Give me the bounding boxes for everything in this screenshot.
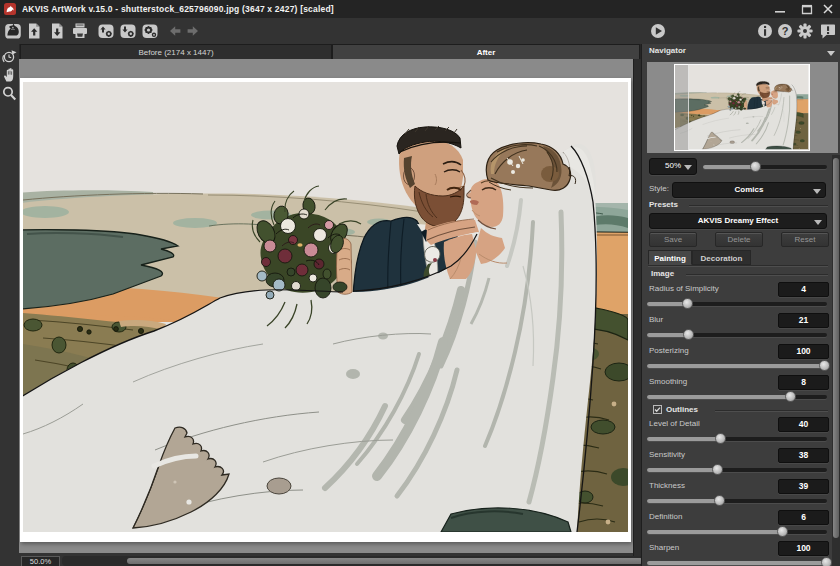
slider-label: Sharpen bbox=[649, 543, 679, 552]
slider-value[interactable]: 100 bbox=[778, 541, 829, 556]
slider-handle[interactable] bbox=[785, 391, 796, 402]
open-image-icon bbox=[23, 20, 45, 42]
slider-handle[interactable] bbox=[682, 298, 693, 309]
export-presets-button[interactable] bbox=[117, 20, 139, 42]
slider-value[interactable]: 21 bbox=[778, 313, 829, 328]
svg-text:?: ? bbox=[782, 25, 789, 37]
slider-value[interactable]: 40 bbox=[778, 417, 829, 432]
slider-label: Sensitivity bbox=[649, 450, 685, 459]
tab-painting[interactable]: Painting bbox=[648, 250, 692, 265]
slider-track[interactable] bbox=[647, 364, 827, 368]
slider-track[interactable] bbox=[647, 530, 827, 534]
slider-label: Thickness bbox=[649, 481, 685, 490]
slider-track[interactable] bbox=[647, 499, 827, 503]
slider-handle[interactable] bbox=[777, 526, 788, 537]
slider-label: Radius of Simplicity bbox=[649, 284, 719, 293]
reset-preset-button[interactable]: Reset bbox=[781, 232, 829, 247]
tab-decoration[interactable]: Decoration bbox=[692, 250, 751, 265]
tab-before[interactable]: Before (2174 x 1447) bbox=[20, 44, 332, 59]
preset-select-value: AKVIS Dreamy Effect bbox=[698, 216, 778, 225]
navigator-thumbnail[interactable] bbox=[674, 64, 810, 151]
tab-after[interactable]: After bbox=[332, 44, 640, 59]
save-image-icon bbox=[46, 20, 68, 42]
slider-value[interactable]: 100 bbox=[778, 344, 829, 359]
batch-presets-button[interactable] bbox=[139, 20, 161, 42]
artwork-logo-button[interactable] bbox=[2, 20, 24, 42]
maximize-icon bbox=[801, 3, 813, 15]
info-button[interactable] bbox=[754, 20, 776, 42]
run-play-icon bbox=[647, 20, 669, 42]
tabs-bottom-line bbox=[648, 265, 828, 267]
slider-handle[interactable] bbox=[819, 360, 830, 371]
close-button[interactable] bbox=[816, 0, 840, 18]
save-preset-button[interactable]: Save bbox=[649, 232, 697, 247]
navigator-view-frame[interactable] bbox=[689, 65, 808, 149]
hand-tool[interactable] bbox=[0, 65, 19, 84]
slider-handle[interactable] bbox=[821, 557, 832, 566]
app-window: AKVIS ArtWork v.15.0 - shutterstock_6257… bbox=[0, 0, 840, 566]
artwork-image bbox=[23, 82, 628, 532]
slider-track[interactable] bbox=[647, 395, 827, 399]
image-group-line bbox=[686, 274, 828, 276]
redo-arrow-icon bbox=[182, 20, 204, 42]
slider-value[interactable]: 38 bbox=[778, 448, 829, 463]
slider-label: Blur bbox=[649, 315, 663, 324]
import-presets-button[interactable] bbox=[95, 20, 117, 42]
zoom-percent-readout[interactable]: 50.0% bbox=[21, 556, 60, 566]
hand-icon bbox=[1, 66, 18, 83]
feedback-button[interactable] bbox=[817, 20, 839, 42]
slider-value[interactable]: 6 bbox=[778, 510, 829, 525]
zoom-slider-handle[interactable] bbox=[750, 161, 761, 172]
slider-value[interactable]: 8 bbox=[778, 375, 829, 390]
image-tab-bar: Before (2174 x 1447) After bbox=[19, 44, 641, 59]
preferences-button[interactable] bbox=[794, 20, 816, 42]
vertical-scrollbar-thumb[interactable] bbox=[833, 158, 839, 538]
print-button[interactable] bbox=[69, 20, 91, 42]
slider-track[interactable] bbox=[647, 333, 827, 337]
settings-panel: Navigator 50% Style: Comics Pres bbox=[641, 44, 840, 566]
navigator-title: Navigator bbox=[649, 46, 686, 55]
horizontal-scrollbar-thumb[interactable] bbox=[127, 558, 643, 564]
preferences-gear-icon bbox=[794, 20, 816, 42]
navigator-collapse-icon[interactable] bbox=[827, 51, 835, 56]
zoom-select[interactable]: 50% bbox=[649, 158, 697, 175]
slider-handle[interactable] bbox=[714, 495, 725, 506]
minimize-button[interactable] bbox=[768, 0, 792, 18]
delete-preset-button[interactable]: Delete bbox=[715, 232, 763, 247]
save-image-button[interactable] bbox=[46, 20, 68, 42]
style-select[interactable]: Comics bbox=[672, 182, 826, 198]
preset-select[interactable]: AKVIS Dreamy Effect bbox=[649, 213, 827, 229]
slider-track[interactable] bbox=[647, 468, 827, 472]
status-bar: 50.0% bbox=[19, 553, 633, 566]
horizontal-scrollbar[interactable] bbox=[62, 556, 644, 566]
outlines-group-label: Outlines bbox=[666, 405, 698, 414]
zoom-select-arrow-icon bbox=[684, 165, 692, 170]
redo-button[interactable] bbox=[182, 20, 204, 42]
outlines-checkbox[interactable] bbox=[653, 405, 662, 414]
slider-label: Smoothing bbox=[649, 377, 687, 386]
export-presets-icon bbox=[117, 20, 139, 42]
slider-label: Level of Detail bbox=[649, 419, 700, 428]
slider-handle[interactable] bbox=[683, 329, 694, 340]
vertical-scrollbar[interactable] bbox=[832, 155, 840, 566]
window-title: AKVIS ArtWork v.15.0 - shutterstock_6257… bbox=[22, 0, 334, 18]
slider-track[interactable] bbox=[647, 302, 827, 306]
slider-track[interactable] bbox=[647, 437, 827, 441]
zoom-slider[interactable] bbox=[703, 165, 827, 169]
slider-value[interactable]: 4 bbox=[778, 282, 829, 297]
slider-track[interactable] bbox=[647, 561, 827, 565]
info-icon bbox=[754, 20, 776, 42]
artwork-horse-icon bbox=[2, 20, 24, 42]
navigator-view bbox=[647, 62, 838, 153]
run-button[interactable] bbox=[647, 20, 669, 42]
slider-value[interactable]: 39 bbox=[778, 479, 829, 494]
image-canvas[interactable] bbox=[19, 59, 641, 553]
help-button[interactable]: ? bbox=[774, 20, 796, 42]
open-image-button[interactable] bbox=[23, 20, 45, 42]
outlines-group-line bbox=[715, 410, 828, 412]
style-label: Style: bbox=[649, 184, 669, 193]
preview-window-tool[interactable] bbox=[0, 47, 19, 66]
zoom-tool[interactable] bbox=[0, 84, 19, 103]
slider-handle[interactable] bbox=[715, 433, 726, 444]
slider-handle[interactable] bbox=[712, 464, 723, 475]
